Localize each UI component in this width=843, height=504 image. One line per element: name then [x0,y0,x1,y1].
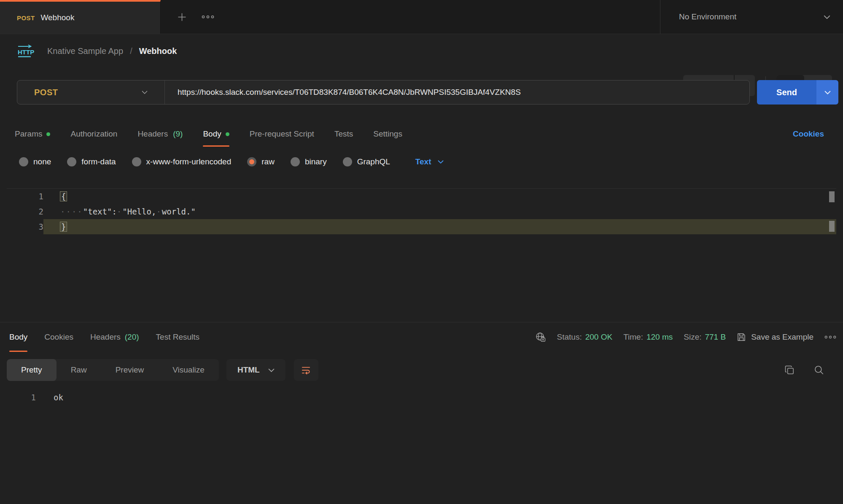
body-type-x-www-form-urlencoded[interactable]: x-www-form-urlencoded [132,157,232,166]
response-body[interactable]: 1 ok [0,390,830,405]
wrap-text-icon [301,365,311,375]
active-tab-underline [9,351,27,352]
tab-authorization[interactable]: Authorization [70,121,117,147]
line-number: 1 [7,192,43,201]
response-tab-headers[interactable]: Headers (20) [90,322,139,352]
close-brace: } [60,222,67,231]
body-type-row: none form-data x-www-form-urlencoded raw… [0,151,843,173]
body-type-binary[interactable]: binary [291,157,327,166]
body-type-none[interactable]: none [19,157,51,166]
wrap-lines-button[interactable] [294,359,318,381]
view-mode-preview[interactable]: Preview [101,359,159,381]
code-line-1: 1 { [7,189,836,204]
code-content: ····"text":·"Hello,·world." [43,204,836,219]
radio-icon [132,157,141,166]
tab-bar: POST Webhook No Environment [0,0,843,34]
view-mode-pretty[interactable]: Pretty [7,359,57,381]
request-header: HTTP Knative Sample App / Webhook Save [0,34,843,68]
body-type-raw[interactable]: raw [247,157,275,166]
json-value: world." [162,207,196,216]
radio-icon [67,157,76,166]
breadcrumb-request-name[interactable]: Webhook [139,46,177,56]
plus-icon [176,11,188,23]
response-tab-body[interactable]: Body [9,322,27,352]
url-bar: POST https://hooks.slack.com/services/T0… [17,80,750,105]
whitespace-dot: · [156,207,162,216]
time-value: 120 ms [646,332,673,342]
body-type-form-data[interactable]: form-data [67,157,116,166]
request-tab-webhook[interactable]: POST Webhook [0,0,161,34]
time-label: Time: [623,332,643,342]
line-number: 3 [7,222,43,231]
raw-format-dropdown[interactable]: Text [415,157,444,166]
modified-dot [46,132,50,136]
whitespace-dot: · [117,207,122,216]
code-content: } [43,219,836,234]
radio-icon [343,157,352,166]
cookies-link[interactable]: Cookies [793,121,824,147]
send-options-button[interactable] [816,80,838,105]
size-label: Size: [684,332,701,342]
svg-text:HTTP: HTTP [18,48,34,56]
tab-label: Tests [334,129,353,139]
view-mode-visualize[interactable]: Visualize [158,359,219,381]
radio-label: x-www-form-urlencoded [146,157,232,166]
status-value: 200 OK [585,332,612,342]
environment-label: No Environment [679,12,736,21]
response-tab-cookies[interactable]: Cookies [44,322,73,352]
request-tabs: Params Authorization Headers (9) Body Pr… [0,121,843,147]
search-icon[interactable] [813,365,824,375]
status-indicator[interactable]: Status: 200 OK [557,332,613,342]
tab-headers[interactable]: Headers (9) [137,121,183,147]
radio-label: raw [261,157,275,166]
save-as-example-label: Save as Example [751,332,813,342]
send-button[interactable]: Send [757,80,816,105]
method-label: POST [34,88,58,97]
time-indicator[interactable]: Time: 120 ms [623,332,673,342]
active-tab-underline [203,145,229,147]
editor-scrollbar-mark[interactable] [829,221,835,232]
radio-label: none [33,157,51,166]
network-globe-lock-icon[interactable] [535,332,546,343]
response-tab-test-results[interactable]: Test Results [156,322,199,352]
more-options-icon [202,15,214,19]
tab-body[interactable]: Body [203,121,229,147]
tab-label: Pre-request Script [250,129,314,139]
send-button-group: Send [757,80,838,105]
copy-icon[interactable] [784,365,795,375]
tab-tests[interactable]: Tests [334,121,353,147]
method-dropdown[interactable]: POST [17,80,165,104]
line-number: 2 [7,207,43,216]
tab-label: Headers [137,129,168,139]
code-content: { [43,189,836,204]
url-input[interactable]: https://hooks.slack.com/services/T06TD83… [165,88,521,97]
json-key: "text": [83,207,117,216]
radio-label: form-data [81,157,116,166]
code-line-3-current: 3 } [7,219,836,234]
save-as-example-button[interactable]: Save as Example [737,332,813,342]
tab-params[interactable]: Params [15,121,50,147]
response-format-dropdown[interactable]: HTML [226,359,285,381]
response-options-button[interactable] [824,335,836,339]
tab-pre-request-script[interactable]: Pre-request Script [250,121,314,147]
radio-label: binary [305,157,327,166]
view-mode-raw[interactable]: Raw [57,359,101,381]
tab-label: Body [203,129,221,139]
size-indicator[interactable]: Size: 771 B [684,332,726,342]
breadcrumb-collection[interactable]: Knative Sample App [47,46,123,56]
tab-options-button[interactable] [196,0,220,34]
body-type-graphql[interactable]: GraphQL [343,157,390,166]
request-body-editor[interactable]: 1 { 2 ····"text":·"Hello,·world." 3 } [7,188,836,322]
line-number: 1 [0,393,36,402]
environment-selector[interactable]: No Environment [660,0,843,34]
whitespace-dots: ···· [60,207,83,216]
format-label: HTML [237,365,260,375]
chevron-down-icon [824,15,830,19]
editor-scrollbar-mark[interactable] [829,191,835,202]
tab-settings[interactable]: Settings [373,121,402,147]
open-brace: { [60,192,67,201]
size-value: 771 B [705,332,726,342]
new-tab-button[interactable] [170,0,194,34]
headers-count: (9) [173,129,183,139]
chevron-down-icon [268,368,275,372]
